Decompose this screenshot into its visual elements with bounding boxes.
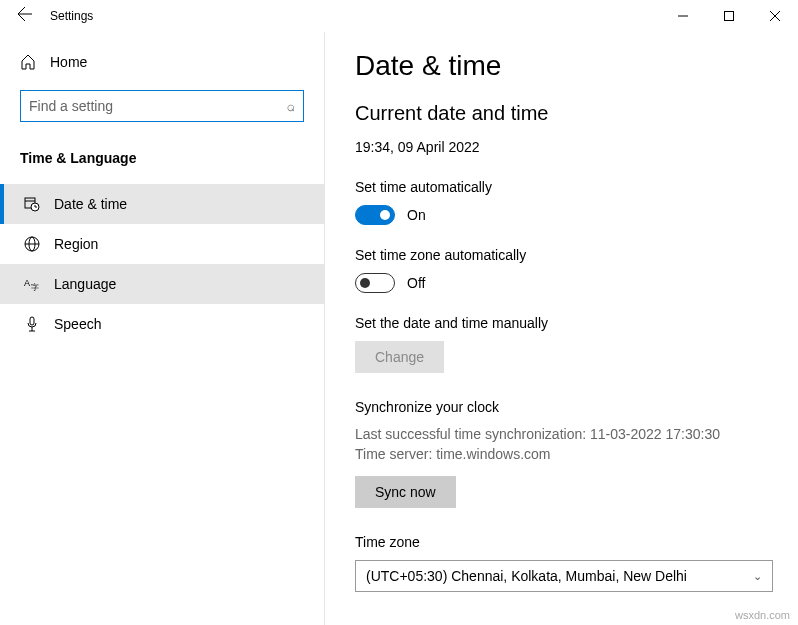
svg-rect-1 [725, 12, 734, 21]
home-icon [20, 54, 36, 70]
set-time-auto-label: Set time automatically [355, 179, 798, 195]
minimize-button[interactable] [660, 0, 706, 32]
nav-item-label: Region [54, 236, 98, 252]
set-time-auto-toggle[interactable] [355, 205, 395, 225]
svg-text:字: 字 [31, 283, 39, 292]
watermark: wsxdn.com [735, 609, 790, 621]
change-button: Change [355, 341, 444, 373]
sync-heading: Synchronize your clock [355, 399, 798, 415]
nav-group-title: Time & Language [0, 140, 324, 184]
svg-text:A: A [24, 278, 30, 288]
set-time-auto-state: On [407, 207, 426, 223]
set-tz-auto-state: Off [407, 275, 425, 291]
main-pane: Date & time Current date and time 19:34,… [325, 32, 798, 625]
back-button[interactable] [10, 6, 40, 26]
section-current-datetime: Current date and time [355, 102, 798, 125]
timezone-dropdown[interactable]: (UTC+05:30) Chennai, Kolkata, Mumbai, Ne… [355, 560, 773, 592]
maximize-icon [724, 11, 734, 21]
search-icon: ⌕ [287, 98, 295, 114]
close-icon [770, 11, 780, 21]
sync-server-text: Time server: time.windows.com [355, 445, 798, 465]
timezone-value: (UTC+05:30) Chennai, Kolkata, Mumbai, Ne… [366, 568, 687, 584]
nav-item-label: Speech [54, 316, 101, 332]
svg-rect-12 [30, 317, 34, 325]
search-input-container[interactable]: ⌕ [20, 90, 304, 122]
current-datetime-value: 19:34, 09 April 2022 [355, 139, 798, 155]
search-input[interactable] [29, 98, 287, 114]
set-tz-auto-toggle[interactable] [355, 273, 395, 293]
close-button[interactable] [752, 0, 798, 32]
page-heading: Date & time [355, 50, 798, 82]
nav-date-time[interactable]: Date & time [0, 184, 324, 224]
nav-region[interactable]: Region [0, 224, 324, 264]
nav-language[interactable]: A字 Language [0, 264, 324, 304]
microphone-icon [24, 316, 40, 332]
globe-icon [24, 236, 40, 252]
home-label: Home [50, 54, 87, 70]
timezone-label: Time zone [355, 534, 798, 550]
maximize-button[interactable] [706, 0, 752, 32]
manual-datetime-label: Set the date and time manually [355, 315, 798, 331]
language-icon: A字 [24, 276, 40, 292]
home-nav[interactable]: Home [0, 44, 324, 80]
minimize-icon [678, 11, 688, 21]
calendar-clock-icon [24, 196, 40, 212]
back-arrow-icon [17, 6, 33, 22]
sync-now-button[interactable]: Sync now [355, 476, 456, 508]
nav-item-label: Language [54, 276, 116, 292]
sync-last-text: Last successful time synchronization: 11… [355, 425, 798, 445]
titlebar: Settings [0, 0, 798, 32]
sidebar: Home ⌕ Time & Language Date & time Regio… [0, 32, 325, 625]
nav-speech[interactable]: Speech [0, 304, 324, 344]
app-title: Settings [50, 9, 93, 23]
set-tz-auto-label: Set time zone automatically [355, 247, 798, 263]
chevron-down-icon: ⌄ [753, 570, 762, 583]
nav-item-label: Date & time [54, 196, 127, 212]
